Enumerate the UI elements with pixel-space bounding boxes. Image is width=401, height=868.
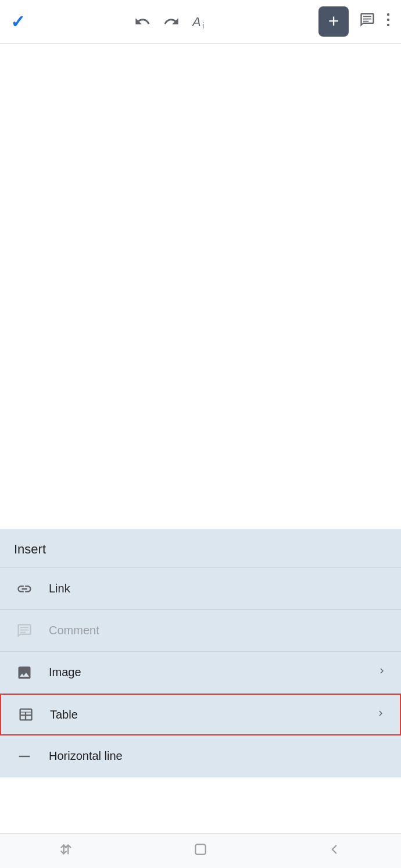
insert-header: Insert (0, 529, 401, 568)
svg-point-3 (387, 19, 389, 21)
table-label: Table (50, 708, 375, 721)
nav-back-button[interactable] (311, 834, 357, 868)
svg-text:A: A (192, 15, 201, 29)
table-icon (15, 704, 36, 725)
toolbar-center: A i (134, 13, 210, 30)
toolbar-right: + (318, 6, 391, 37)
table-chevron-icon (375, 708, 386, 721)
svg-point-4 (387, 24, 389, 26)
link-icon (14, 578, 35, 599)
menu-item-horizontal-line[interactable]: Horizontal line (0, 735, 401, 777)
editor-content[interactable] (0, 44, 401, 529)
add-icon: + (328, 12, 339, 30)
svg-text:i: i (202, 21, 204, 30)
toolbar-left: ✓ (10, 12, 25, 32)
undo-icon[interactable] (134, 13, 151, 30)
add-button[interactable]: + (318, 6, 349, 37)
menu-item-link[interactable]: Link (0, 568, 401, 610)
horizontal-line-icon (14, 746, 35, 767)
link-label: Link (49, 582, 387, 595)
menu-item-image[interactable]: Image (0, 652, 401, 694)
insert-title: Insert (14, 542, 46, 556)
nav-menu-icon (59, 842, 74, 860)
nav-menu-button[interactable] (44, 834, 90, 868)
image-chevron-icon (377, 666, 387, 679)
text-format-icon[interactable]: A i (192, 13, 210, 30)
comment-icon[interactable] (359, 12, 375, 32)
check-icon[interactable]: ✓ (10, 12, 25, 32)
more-options-icon[interactable] (386, 12, 391, 31)
menu-item-table[interactable]: Table (0, 694, 401, 735)
insert-panel: Insert Link Comment Image (0, 529, 401, 777)
comment-label: Comment (49, 624, 387, 637)
toolbar: ✓ A i + (0, 0, 401, 44)
image-label: Image (49, 666, 377, 679)
svg-rect-5 (195, 844, 205, 854)
svg-point-2 (387, 13, 389, 16)
menu-item-comment: Comment (0, 610, 401, 652)
comment-menu-icon (14, 620, 35, 641)
nav-home-button[interactable] (177, 834, 224, 868)
nav-back-icon (327, 842, 342, 860)
nav-bar (0, 833, 401, 868)
nav-home-icon (193, 842, 208, 860)
redo-icon[interactable] (163, 13, 180, 30)
horizontal-line-label: Horizontal line (49, 749, 387, 763)
image-icon (14, 662, 35, 683)
